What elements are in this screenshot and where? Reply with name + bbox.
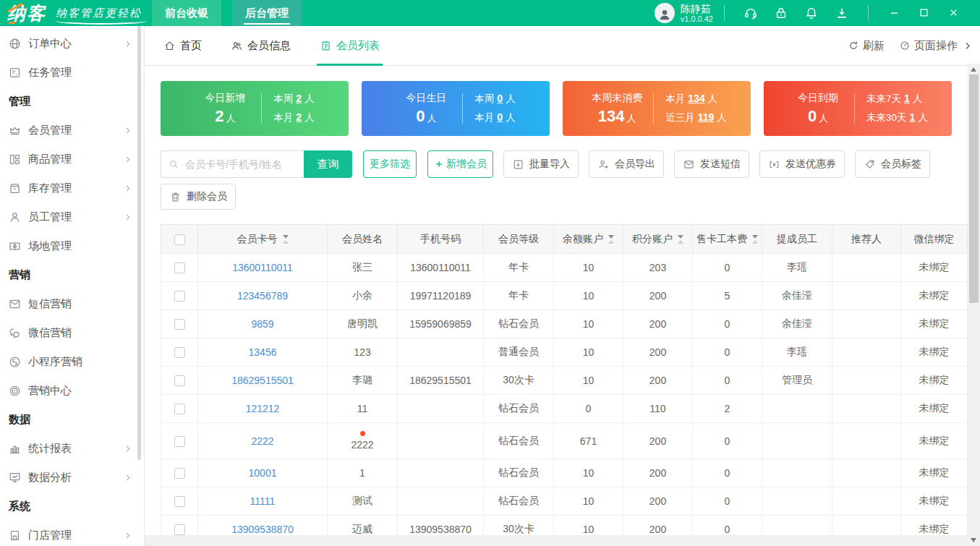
row-checkbox[interactable]	[174, 404, 185, 414]
sort-carets[interactable]	[608, 235, 614, 244]
nav-tab-frontdesk[interactable]: 前台收银	[152, 0, 221, 26]
sidebar-item-venue[interactable]: 场地管理	[0, 231, 144, 260]
member-card-link[interactable]: 10001	[249, 467, 277, 479]
main-scrollbar[interactable]	[968, 64, 980, 546]
sidebar-scrollbar[interactable]	[137, 26, 141, 460]
sidebar-item-inventory[interactable]: 库存管理	[0, 174, 144, 202]
person-icon	[657, 7, 673, 22]
row-checkbox[interactable]	[174, 291, 185, 302]
header-divider	[724, 5, 725, 21]
sort-carets[interactable]	[678, 235, 683, 244]
add-member-button[interactable]: 新增会员	[427, 150, 493, 178]
sidebar-item-goods[interactable]: 商品管理	[0, 145, 144, 174]
card-divider	[261, 93, 262, 124]
page-actions-chevron-icon[interactable]	[962, 40, 973, 51]
row-checkbox[interactable]	[174, 347, 185, 358]
stat-card-new-today: 今日新增 2人 本周2人 本月2人	[161, 81, 349, 136]
scroll-up-arrow[interactable]	[971, 67, 976, 72]
stat-card-expire-today: 今日到期 0人 未来7天1人 未来30天1人	[764, 81, 952, 136]
member-card-link[interactable]: 13600110011	[232, 262, 293, 273]
tag-icon	[864, 158, 876, 171]
stat-link[interactable]: 1	[904, 93, 910, 104]
member-card-link[interactable]: 2222	[251, 435, 273, 447]
row-checkbox[interactable]	[174, 496, 185, 507]
tab-member-list[interactable]: 会员列表	[320, 26, 380, 66]
header-divider	[868, 5, 869, 21]
stat-link[interactable]: 134	[688, 93, 704, 104]
app-version: v1.0.0.42	[681, 14, 713, 24]
sidebar: 订单中心 任务管理 管理 会员管理 商品管理 库存管理 员工管理	[0, 26, 145, 546]
sidebar-item-stores[interactable]: 门店管理	[0, 521, 144, 546]
stat-link[interactable]: 1	[910, 111, 916, 123]
table-row: 123456789 小余 19971120189 年卡 10 200 5 余佳滢…	[161, 282, 968, 310]
miniprogram-icon	[8, 355, 22, 369]
sidebar-item-marketing-center[interactable]: 营销中心	[0, 376, 144, 405]
sidebar-item-orders[interactable]: 订单中心	[0, 29, 144, 58]
sidebar-item-sms-marketing[interactable]: 短信营销	[0, 289, 144, 318]
row-checkbox[interactable]	[174, 375, 185, 386]
user-meta: 陈静茹 v1.0.0.42	[681, 3, 713, 24]
scrollbar-thumb[interactable]	[969, 74, 979, 303]
sidebar-item-reports[interactable]: 统计报表	[0, 434, 144, 463]
col-phone: 手机号码	[398, 225, 484, 254]
table-row: 13909538870 迈威 13909538870 30次卡 10 200 0…	[161, 516, 968, 536]
batch-import-button[interactable]: 批量导入	[503, 150, 579, 178]
chevron-right-icon	[123, 155, 132, 164]
tab-member-info[interactable]: 会员信息	[231, 26, 291, 66]
sidebar-item-wechat-marketing[interactable]: 微信营销	[0, 318, 144, 347]
send-coupon-button[interactable]: 发送优惠券	[759, 150, 845, 178]
member-card-link[interactable]: 11111	[250, 495, 276, 507]
sort-carets[interactable]	[283, 235, 289, 244]
table-row: 121212 11 钻石会员 0 110 2 未绑定	[161, 395, 968, 423]
headset-icon[interactable]	[743, 6, 758, 20]
row-checkbox[interactable]	[174, 319, 185, 330]
table-row: 11111 测试 钻石会员 10 200 0 未绑定	[161, 487, 968, 516]
avatar[interactable]	[655, 3, 675, 23]
member-tag-button[interactable]: 会员标签	[855, 150, 930, 178]
send-sms-button[interactable]: 发送短信	[674, 150, 749, 178]
row-checkbox[interactable]	[174, 436, 185, 447]
stat-link[interactable]: 119	[698, 111, 715, 123]
stat-link[interactable]: 2	[296, 111, 302, 123]
sidebar-item-tasks[interactable]: 任务管理	[0, 58, 144, 87]
tab-home[interactable]: 首页	[163, 26, 202, 66]
sidebar-item-analytics[interactable]: 数据分析	[0, 463, 144, 492]
download-icon[interactable]	[835, 6, 849, 20]
search-input[interactable]	[161, 150, 304, 178]
member-export-button[interactable]: 会员导出	[589, 150, 664, 178]
gauge-icon	[899, 40, 911, 51]
maximize-button[interactable]	[919, 7, 929, 18]
staff-icon	[8, 210, 22, 224]
member-card-link[interactable]: 123456789	[237, 290, 288, 302]
stat-link[interactable]: 0	[497, 93, 503, 104]
refresh-button[interactable]: 刷新	[848, 39, 885, 53]
sidebar-item-members[interactable]: 会员管理	[0, 116, 144, 145]
member-card-link[interactable]: 18629515501	[231, 375, 294, 386]
page-actions-button[interactable]: 页面操作	[899, 39, 958, 53]
row-checkbox[interactable]	[174, 263, 185, 273]
lock-icon[interactable]	[774, 6, 788, 20]
close-button[interactable]	[948, 7, 959, 18]
row-checkbox[interactable]	[174, 524, 185, 535]
stat-link[interactable]: 0	[497, 111, 503, 123]
delete-member-button[interactable]: 删除会员	[161, 184, 236, 210]
stat-value: 0人	[788, 107, 848, 126]
sidebar-item-staff[interactable]: 员工管理	[0, 202, 144, 231]
sidebar-item-miniprogram-marketing[interactable]: 小程序营销	[0, 347, 144, 376]
member-card-link[interactable]: 13456	[249, 346, 277, 358]
sort-carets[interactable]	[752, 235, 758, 244]
stat-link[interactable]: 2	[296, 93, 302, 104]
row-checkbox[interactable]	[174, 468, 185, 479]
member-card-link[interactable]: 9859	[251, 318, 273, 330]
scroll-down-arrow[interactable]	[971, 538, 976, 542]
minimize-button[interactable]	[889, 7, 900, 18]
more-filters-button[interactable]: 更多筛选	[363, 150, 417, 178]
nav-tab-backoffice[interactable]: 后台管理	[232, 0, 302, 26]
member-card-link[interactable]: 13909538870	[231, 524, 294, 535]
select-all-checkbox[interactable]	[174, 234, 185, 245]
col-wechat-bind: 微信绑定	[901, 225, 968, 254]
bell-icon[interactable]	[804, 6, 819, 20]
member-card-link[interactable]: 121212	[246, 403, 280, 414]
users-icon	[231, 40, 243, 52]
search-button[interactable]: 查询	[304, 150, 352, 178]
